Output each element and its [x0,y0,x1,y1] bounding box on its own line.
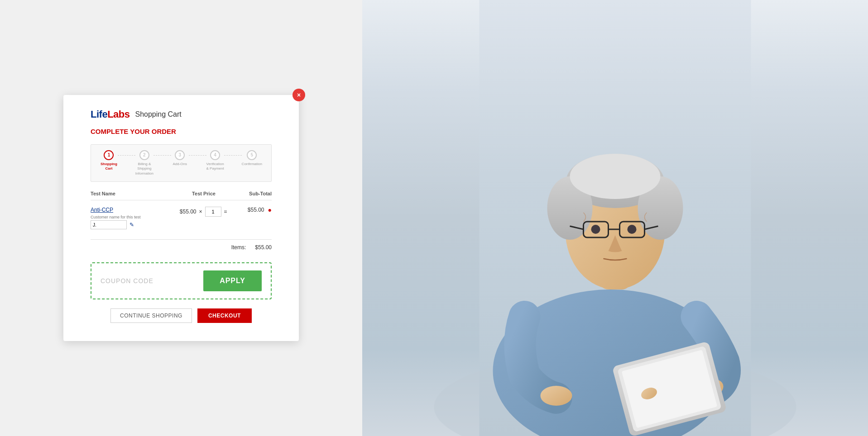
step-5-label: Confirmation [242,162,262,166]
modal-header: LifeLabs Shopping Cart [91,109,272,120]
col-header-test-price: Test Price [181,191,226,196]
cart-table: Test Name Test Price Sub-Total Anti-CCP … [91,191,272,232]
left-panel: × LifeLabs Shopping Cart COMPLETE YOUR O… [0,0,362,436]
action-buttons: CONTINUE SHOPPING CHECKOUT [91,308,272,323]
person-background [362,0,868,436]
customer-name-input[interactable] [91,220,127,229]
svg-point-15 [628,225,637,234]
close-icon: × [297,91,301,99]
items-total: Items: $55.00 [91,239,272,255]
step-2-label: Billing & Shipping Information [135,162,153,176]
right-panel [362,0,868,436]
complete-order-label: COMPLETE YOUR ORDER [91,128,272,135]
modal-wrapper: × LifeLabs Shopping Cart COMPLETE YOUR O… [63,95,299,341]
step-1-shopping-cart: 1 Shopping Cart [100,150,118,171]
col-header-sub-total: Sub-Total [226,191,272,196]
coupon-section: APPLY [91,262,272,299]
step-5-confirmation: 5 Confirmation [242,150,262,166]
test-name-link[interactable]: Anti-CCP [91,207,180,213]
continue-shopping-button[interactable]: CONTINUE SHOPPING [110,308,192,323]
logo-labs: Labs [107,109,129,120]
sub-total-cell: $55.00 ● [227,207,272,213]
multiply-symbol: × [199,209,202,215]
item-subtotal: $55.00 [248,207,264,213]
items-total-value: $55.00 [255,244,272,251]
svg-point-14 [591,225,600,234]
step-1-circle: 1 [104,150,114,160]
checkout-stepper: 1 Shopping Cart 2 Billing & Shipping Inf… [91,144,272,182]
quantity-input[interactable] [205,207,221,217]
equals-symbol: = [224,209,227,215]
close-button[interactable]: × [293,89,305,101]
customer-name-label: Customer name for this test [91,215,180,219]
customer-name-input-row: ✎ [91,220,180,229]
modal-card: LifeLabs Shopping Cart COMPLETE YOUR ORD… [63,95,299,341]
person-illustration [362,0,868,436]
logo-life: Life [91,109,107,120]
table-row: Anti-CCP Customer name for this test ✎ $… [91,204,272,232]
svg-point-17 [541,386,572,406]
coupon-code-input[interactable] [101,270,198,291]
remove-item-button[interactable]: ● [268,207,272,213]
step-1-label: Shopping Cart [100,162,118,171]
lifelabs-logo: LifeLabs [91,109,129,120]
checkout-button[interactable]: CHECKOUT [197,308,252,323]
price-qty-row: $55.00 × = [180,207,227,217]
col-header-test-name: Test Name [91,191,181,196]
step-3-label: Add-Ons [173,162,187,166]
cart-table-header: Test Name Test Price Sub-Total [91,191,272,200]
step-4-verification: 4 Verification & Payment [206,150,224,171]
step-3-circle: 3 [175,150,185,160]
items-label: Items: [231,244,246,251]
step-4-label: Verification & Payment [206,162,224,171]
item-price: $55.00 [180,209,197,215]
step-2-circle: 2 [139,150,149,160]
shopping-cart-title: Shopping Cart [135,110,181,118]
edit-icon[interactable]: ✎ [129,222,134,228]
step-2-billing: 2 Billing & Shipping Information [135,150,153,176]
apply-coupon-button[interactable]: APPLY [203,270,262,291]
step-5-circle: 5 [247,150,257,160]
svg-point-8 [570,154,661,199]
step-3-addons: 3 Add-Ons [171,150,189,166]
step-4-circle: 4 [210,150,220,160]
